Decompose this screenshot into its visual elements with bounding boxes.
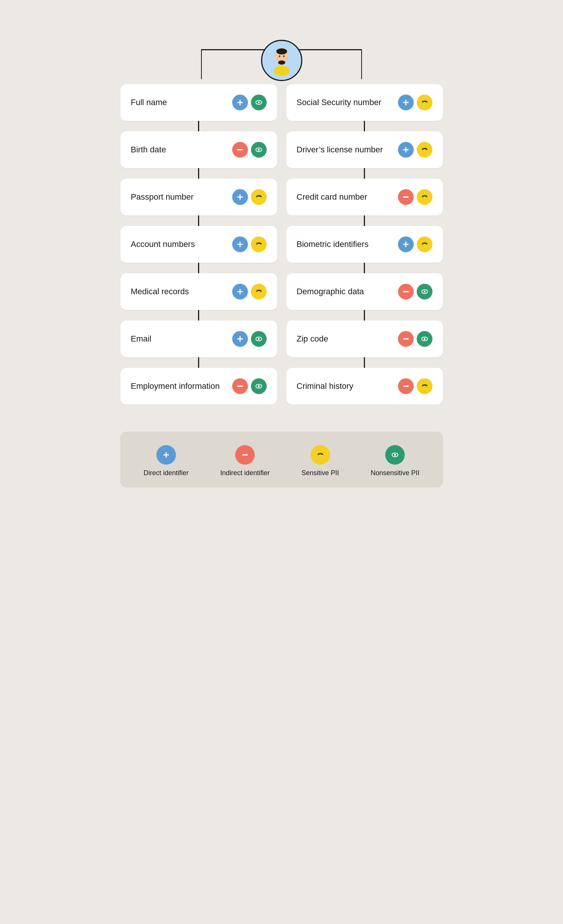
col-item: Medical records xyxy=(120,273,277,321)
col-item: Criminal history xyxy=(286,368,443,415)
svg-line-43 xyxy=(426,101,427,102)
nonsensitive-pii-icon xyxy=(417,331,432,347)
svg-line-49 xyxy=(426,149,427,149)
card-label: Birth date xyxy=(131,145,166,155)
sensitive-pii-icon xyxy=(311,445,330,465)
card-icons xyxy=(232,331,267,347)
pii-card: Driver’s license number xyxy=(286,131,443,168)
svg-line-46 xyxy=(423,148,423,149)
nonsensitive-pii-icon xyxy=(417,284,432,299)
svg-point-80 xyxy=(394,454,396,456)
direct-identifier-icon xyxy=(156,445,176,465)
legend-label: Direct identifier xyxy=(144,469,189,477)
svg-point-2 xyxy=(278,60,285,65)
card-icons xyxy=(398,284,432,299)
indirect-identifier-icon xyxy=(232,378,248,394)
svg-point-63 xyxy=(423,291,425,293)
svg-line-29 xyxy=(260,290,260,291)
pii-card: Zip code xyxy=(286,321,443,357)
nonsensitive-pii-icon xyxy=(385,445,405,465)
nonsensitive-pii-icon xyxy=(251,142,267,158)
pii-card: Social Security number xyxy=(286,84,443,121)
legend-item-direct: Direct identifier xyxy=(144,445,189,477)
sensitive-pii-icon xyxy=(251,284,267,299)
sensitive-pii-icon xyxy=(417,95,432,110)
svg-line-59 xyxy=(425,242,426,244)
svg-line-78 xyxy=(322,454,323,454)
pii-card: Full name xyxy=(120,84,277,121)
card-icons xyxy=(232,284,267,299)
col-item: Birth date xyxy=(120,131,277,179)
svg-line-21 xyxy=(257,243,257,244)
col-item: Credit card number xyxy=(286,179,443,226)
direct-identifier-icon xyxy=(232,284,248,299)
legend-item-nonsensitive: Nonsensitive PII xyxy=(371,445,419,477)
right-column: Social Security number Driver’s license … xyxy=(286,84,443,415)
connector-line xyxy=(198,263,199,273)
sensitive-pii-icon xyxy=(417,189,432,205)
card-icons xyxy=(398,189,432,205)
col-item: Driver’s license number xyxy=(286,131,443,179)
direct-identifier-icon xyxy=(398,142,414,158)
sensitive-pii-icon xyxy=(251,236,267,252)
col-item: Employment information xyxy=(120,368,277,415)
avatar-section xyxy=(120,29,443,81)
pii-card: Email xyxy=(120,321,277,357)
direct-identifier-icon xyxy=(398,95,414,110)
card-label: Medical records xyxy=(131,287,189,296)
cards-grid: Full name Birth date Passport number Acc… xyxy=(120,84,443,415)
card-icons xyxy=(398,142,432,158)
pii-card: Biometric identifiers xyxy=(286,226,443,263)
svg-line-23 xyxy=(260,242,260,244)
person-icon xyxy=(267,45,297,75)
card-label: Email xyxy=(131,334,152,344)
svg-line-24 xyxy=(261,243,261,244)
nonsensitive-pii-icon xyxy=(251,331,267,347)
svg-line-60 xyxy=(426,243,427,244)
svg-line-57 xyxy=(423,243,423,244)
svg-line-18 xyxy=(261,196,261,197)
svg-point-37 xyxy=(258,385,260,387)
card-icons xyxy=(398,236,432,252)
pii-card: Credit card number xyxy=(286,179,443,215)
direct-identifier-icon xyxy=(398,236,414,252)
card-label: Employment information xyxy=(131,381,220,391)
connector-line xyxy=(364,121,365,131)
connector-line xyxy=(198,310,199,321)
pii-card: Birth date xyxy=(120,131,277,168)
card-label: Zip code xyxy=(297,334,328,344)
page-container: Full name Birth date Passport number Acc… xyxy=(120,15,443,901)
svg-line-77 xyxy=(321,453,321,454)
svg-point-1 xyxy=(276,48,287,54)
svg-line-17 xyxy=(260,195,260,196)
legend-label: Sensitive PII xyxy=(302,469,339,477)
connector-line xyxy=(364,357,365,368)
col-item: Biometric identifiers xyxy=(286,226,443,273)
card-label: Driver’s license number xyxy=(297,145,383,155)
direct-identifier-icon xyxy=(232,236,248,252)
card-icons xyxy=(232,378,267,394)
svg-line-68 xyxy=(423,385,423,386)
sensitive-pii-icon xyxy=(417,378,432,394)
indirect-identifier-icon xyxy=(398,284,414,299)
col-item: Full name xyxy=(120,84,277,131)
svg-point-34 xyxy=(258,338,260,340)
direct-identifier-icon xyxy=(232,331,248,347)
card-icons xyxy=(232,95,267,110)
col-item: Social Security number xyxy=(286,84,443,131)
legend-label: Indirect identifier xyxy=(220,469,270,477)
direct-identifier-icon xyxy=(232,189,248,205)
svg-line-54 xyxy=(426,196,427,197)
svg-point-5 xyxy=(283,56,284,57)
legend-section: Direct identifierIndirect identifier Sen… xyxy=(120,432,443,488)
card-label: Biometric identifiers xyxy=(297,239,369,249)
legend-item-sensitive: Sensitive PII xyxy=(302,445,339,477)
left-col-items: Full name Birth date Passport number Acc… xyxy=(120,84,277,415)
connector-line xyxy=(364,263,365,273)
pii-card: Passport number xyxy=(120,179,277,215)
card-label: Passport number xyxy=(131,192,194,202)
sensitive-pii-icon xyxy=(417,142,432,158)
pii-card: Employment information xyxy=(120,368,277,405)
card-icons xyxy=(398,378,432,394)
connector-line xyxy=(198,168,199,179)
